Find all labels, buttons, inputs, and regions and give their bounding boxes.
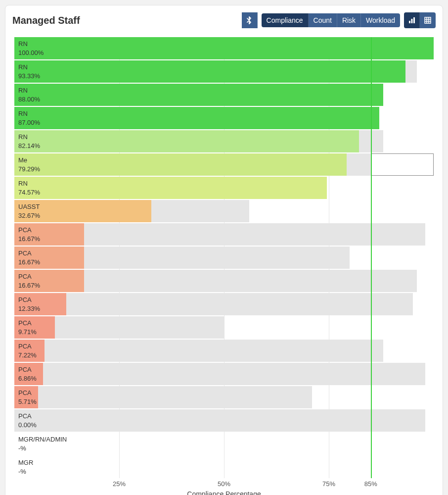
svg-rect-3 [425,17,431,23]
x-axis: Compliance Percentage 25%50%75%85% [14,480,434,495]
bar-fill [14,363,43,385]
x-axis-label: Compliance Percentage [187,490,261,495]
x-tick: 85% [364,480,377,488]
x-tick: 75% [322,480,335,488]
bar-fill [14,153,347,176]
x-tick: 25% [113,480,126,488]
bar-percent: -% [18,467,33,476]
bar-fill [14,247,84,269]
svg-rect-0 [409,21,410,23]
view-mode-group [404,12,436,28]
table-icon [424,16,432,24]
bar-background [14,363,425,385]
bar-fill [14,84,383,106]
bar-role: MGR [18,458,33,467]
bar-fill [14,107,379,129]
bar-fill [14,200,151,222]
card-title: Managed Staff [12,15,80,26]
table-view-button[interactable] [420,12,436,28]
x-tick: 50% [218,480,230,488]
bar-percent: -% [18,444,67,453]
chart-view-button[interactable] [404,12,420,28]
bluetooth-button[interactable] [242,12,258,28]
bar-fill [14,386,38,408]
tab-risk[interactable]: Risk [337,13,361,27]
bar-background [14,340,383,362]
svg-rect-2 [413,17,415,23]
metric-tabs: Compliance Count Risk Workload [262,13,400,27]
threshold-line [371,37,372,478]
bar-label: MGR-% [18,458,33,476]
bar-role: MGR/RN/ADMIN [18,435,67,444]
bar-chart: RN100.00%RN93.33%RN88.00%RN87.00%RN82.14… [14,37,434,478]
bar-fill [14,223,84,246]
bar-fill [14,316,55,339]
tab-count[interactable]: Count [309,13,337,27]
tab-workload[interactable]: Workload [361,13,400,27]
bar-fill [14,270,84,292]
bar-background [14,293,413,315]
header-controls: Compliance Count Risk Workload [242,12,436,28]
card-header: Managed Staff Compliance Count Risk Work… [12,12,436,28]
managed-staff-card: Managed Staff Compliance Count Risk Work… [5,5,443,495]
tab-compliance[interactable]: Compliance [262,13,309,27]
chart-icon [408,16,416,24]
bar-fill [14,130,359,152]
bluetooth-icon [246,16,253,25]
bar-label: MGR/RN/ADMIN-% [18,435,67,452]
bar-background [14,386,312,408]
bar-fill [14,60,405,83]
bar-fill [14,293,66,315]
svg-rect-1 [411,19,412,23]
bar-fill [14,340,45,362]
bar-background [14,409,425,432]
chart-container: RN100.00%RN93.33%RN88.00%RN87.00%RN82.14… [12,37,436,495]
bar-fill [14,177,327,199]
